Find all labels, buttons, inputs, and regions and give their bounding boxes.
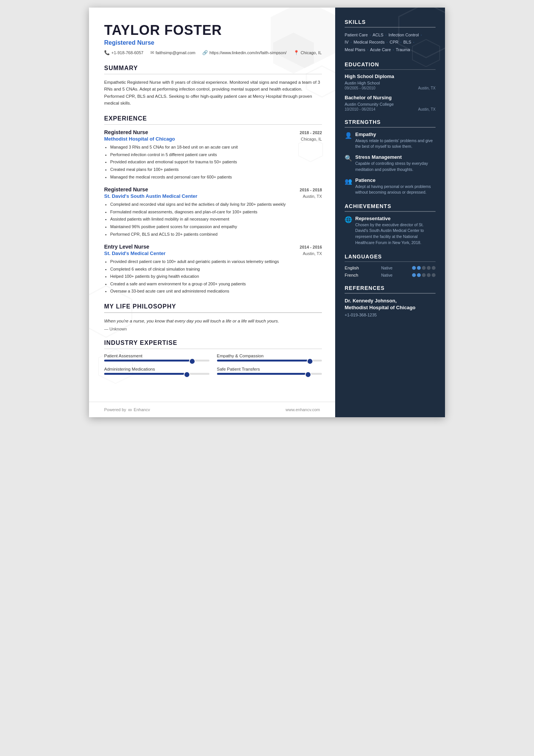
skill-bar-2: Empathy & Compassion xyxy=(217,354,322,362)
strengths-title: STRENGTHS xyxy=(345,119,436,125)
strength-desc-3: Adept at having personal or work problem… xyxy=(355,184,436,196)
strength-name-3: Patience xyxy=(355,177,436,183)
enhancv-logo-icon: ∞ xyxy=(128,407,132,413)
bullet: Created meal plans for 100+ patients xyxy=(110,166,322,173)
left-column: TAYLOR FOSTER Registered Nurse 📞 +1-918-… xyxy=(89,8,335,417)
bullet: Managed 3 RNs and 5 CNAs for an 18-bed u… xyxy=(110,144,322,151)
lang-level-1: Native xyxy=(381,266,400,270)
summary-section: SUMMARY Empathetic Registered Nurse with… xyxy=(104,65,322,107)
phone-icon: 📞 xyxy=(104,50,110,55)
bullet: Formulated medical assessments, diagnose… xyxy=(110,209,322,216)
stress-icon: 🔍 xyxy=(345,155,352,173)
contact-linkedin: 🔗 https://www.linkedin.com/in/faith-simp… xyxy=(202,50,287,55)
right-column: SKILLS Patient Care · ACLS · Infection C… xyxy=(335,8,445,417)
contact-phone: 📞 +1-918-768-6057 xyxy=(104,50,144,55)
bullet: Provided education and emotional support… xyxy=(110,159,322,166)
lang-dot xyxy=(417,266,421,270)
footer: Powered by ∞ Enhancv www.enhancv.com xyxy=(89,402,335,417)
skill-bar-4: Safe Patient Transfers xyxy=(217,367,322,375)
edu-entry-2: Bachelor of Nursing Austin Community Col… xyxy=(345,95,436,111)
languages-title: LANGUAGES xyxy=(345,254,436,260)
languages-divider xyxy=(345,261,436,262)
edu-dates-2: 10/2010 - 06/2014 Austin, TX xyxy=(345,107,436,111)
edu-location-1: Austin, TX xyxy=(418,86,436,90)
bullet: Maintained 96% positive patient scores f… xyxy=(110,224,322,230)
candidate-name: TAYLOR FOSTER xyxy=(104,23,322,38)
philosophy-divider xyxy=(104,312,322,313)
exp-entry-3: Entry Level Nurse 2014 - 2016 St. David'… xyxy=(104,244,322,295)
lang-dots-1 xyxy=(412,266,436,270)
exp-company-2: St. David's South Austin Medical Center xyxy=(104,193,197,199)
exp-dates-1: 2018 - 2022 xyxy=(300,130,322,135)
achievements-section: ACHIEVEMENTS 🌐 Representative Chosen by … xyxy=(345,203,436,246)
references-divider xyxy=(345,293,436,294)
candidate-title: Registered Nurse xyxy=(104,39,322,46)
achievement-content-1: Representative Chosen by the executive d… xyxy=(355,216,436,246)
edu-dates-1: 09/2005 - 06/2010 Austin, TX xyxy=(345,86,436,90)
bullet: Assisted patients with limited mobility … xyxy=(110,216,322,223)
resume-header: TAYLOR FOSTER Registered Nurse 📞 +1-918-… xyxy=(104,23,322,55)
exp-company-1: Methodist Hospital of Chicago xyxy=(104,136,175,142)
exp-header-3: Entry Level Nurse 2014 - 2016 xyxy=(104,244,322,250)
exp-company-row-3: St. David's Medical Center Austin, TX xyxy=(104,250,322,256)
exp-bullets-2: Completed and recorded vital signs and l… xyxy=(104,201,322,238)
achievement-1: 🌐 Representative Chosen by the executive… xyxy=(345,216,436,246)
contact-email: ✉ faithsimp@gmail.com xyxy=(150,50,195,55)
bullet: Helped 100+ patients by giving health ed… xyxy=(110,273,322,280)
strength-name-1: Empathy xyxy=(355,131,436,137)
lang-2: French Native xyxy=(345,273,436,277)
skill-track-1 xyxy=(104,360,209,362)
exp-dates-3: 2014 - 2016 xyxy=(300,245,322,249)
exp-dates-2: 2016 - 2018 xyxy=(300,188,322,192)
contact-row: 📞 +1-918-768-6057 ✉ faithsimp@gmail.com … xyxy=(104,50,322,55)
skills-section: SKILLS Patient Care · ACLS · Infection C… xyxy=(345,19,436,54)
strength-content-2: Stress Management Capable of controlling… xyxy=(355,154,436,173)
footer-powered-label: Powered by xyxy=(104,407,126,412)
summary-title: SUMMARY xyxy=(104,65,322,72)
lang-dot xyxy=(417,273,421,277)
lang-dot-empty xyxy=(422,273,426,277)
lang-1: English Native xyxy=(345,266,436,270)
skill-fill-4 xyxy=(217,373,309,375)
edu-location-2: Austin, TX xyxy=(418,107,436,111)
exp-bullets-1: Managed 3 RNs and 5 CNAs for an 18-bed u… xyxy=(104,144,322,180)
resume-container: TAYLOR FOSTER Registered Nurse 📞 +1-918-… xyxy=(89,8,445,417)
bullet: Managed the medical records and personal… xyxy=(110,174,322,181)
skill-fill-1 xyxy=(104,360,194,362)
strength-3: 👥 Patience Adept at having personal or w… xyxy=(345,177,436,196)
skill-fill-2 xyxy=(217,360,312,362)
achievements-title: ACHIEVEMENTS xyxy=(345,203,436,209)
summary-divider xyxy=(104,74,322,75)
exp-entry-2: Registered Nurse 2016 - 2018 St. David's… xyxy=(104,186,322,238)
exp-bullets-3: Provided direct patient care to 100+ adu… xyxy=(104,258,322,295)
skill-track-4 xyxy=(217,373,322,375)
achievement-desc-1: Chosen by the executive director of St. … xyxy=(355,222,436,246)
patience-icon: 👥 xyxy=(345,178,352,196)
exp-company-row-2: St. David's South Austin Medical Center … xyxy=(104,193,322,199)
expertise-section: INDUSTRY EXPERTISE Patient Assessment Em… xyxy=(104,340,322,375)
skill-label-1: Patient Assessment xyxy=(104,354,209,358)
experience-divider xyxy=(104,124,322,125)
philosophy-attribution: — Unknown xyxy=(104,327,322,331)
strength-desc-1: Always relate to patients' problems and … xyxy=(355,138,436,150)
exp-role-2: Registered Nurse xyxy=(104,186,148,193)
bullet: Provided direct patient care to 100+ adu… xyxy=(110,258,322,265)
edu-date-text-1: 09/2005 - 06/2010 xyxy=(345,86,375,90)
references-section: REFERENCES Dr. Kennedy Johnson,Methodist… xyxy=(345,285,436,317)
skills-divider xyxy=(345,27,436,28)
exp-location-2: Austin, TX xyxy=(303,194,322,199)
philosophy-title: MY LIFE PHILOSOPHY xyxy=(104,303,322,310)
exp-company-3: St. David's Medical Center xyxy=(104,250,166,256)
bullet: Performed infection control in 5 differe… xyxy=(110,152,322,158)
philosophy-text: When you're a nurse, you know that every… xyxy=(104,318,322,324)
strength-2: 🔍 Stress Management Capable of controlli… xyxy=(345,154,436,173)
strength-content-3: Patience Adept at having personal or wor… xyxy=(355,177,436,196)
expertise-divider xyxy=(104,349,322,349)
skill-label-2: Empathy & Compassion xyxy=(217,354,322,358)
lang-dot-empty xyxy=(427,266,431,270)
achievement-name-1: Representative xyxy=(355,216,436,221)
skill-label-4: Safe Patient Transfers xyxy=(217,367,322,371)
footer-brand: Powered by ∞ Enhancv xyxy=(104,407,150,413)
lang-dot xyxy=(412,273,416,277)
footer-website: www.enhancv.com xyxy=(286,407,320,412)
